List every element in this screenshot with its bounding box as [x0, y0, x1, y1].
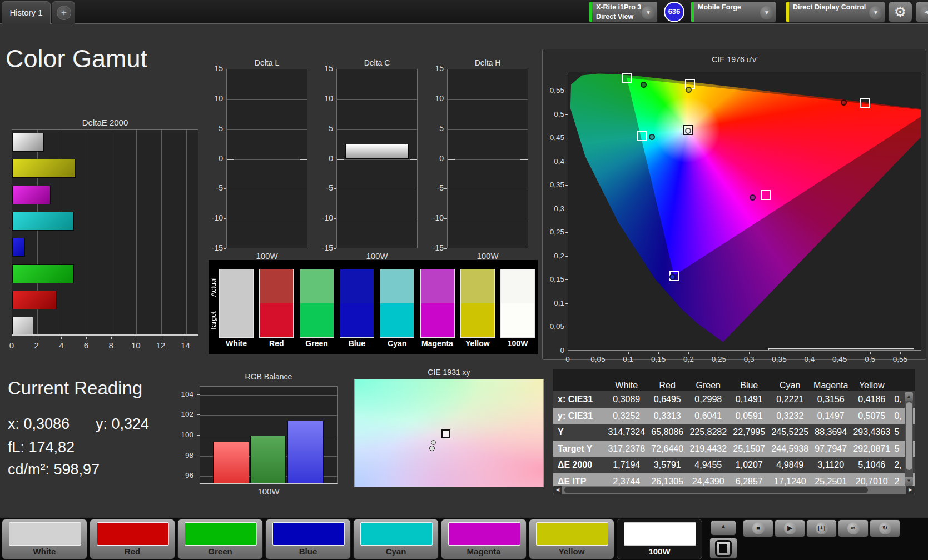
chevron-down-icon[interactable]: ▼ — [642, 6, 655, 19]
swatch-label: Blue — [335, 339, 379, 348]
horizontal-scrollbar[interactable]: ◀▶ — [553, 486, 915, 494]
y-tick — [224, 188, 226, 189]
y-tick — [334, 69, 336, 69]
y-tick — [224, 248, 226, 249]
y-tick-label: -10 — [204, 213, 223, 222]
table-cell: 0,3252 — [606, 408, 647, 424]
pattern-up-button[interactable]: ▲ — [711, 520, 736, 536]
pattern-button-blue[interactable]: Blue — [265, 519, 351, 559]
y-tick-label: -15 — [425, 243, 444, 252]
x-tick-label: 0,35 — [771, 355, 788, 363]
refresh-button[interactable]: ↻ — [870, 519, 900, 537]
rgb-balance-title: RGB Balance — [200, 372, 338, 381]
y-tick — [224, 218, 226, 219]
swatch-green — [300, 269, 334, 338]
measured-marker-magenta — [750, 194, 756, 201]
deltae-x-axis: 02468101214 — [12, 337, 204, 353]
scroll-left-arrow[interactable]: ◀ — [553, 486, 562, 494]
vertical-scrollbar[interactable]: ▲▼ — [905, 392, 913, 486]
actual-swatch — [220, 269, 253, 303]
horizontal-scroll-thumb[interactable] — [564, 487, 868, 493]
workflow-label: Direct Display Control — [793, 3, 866, 12]
color-patch — [9, 522, 81, 546]
table-cell: 225,8282 — [688, 424, 729, 441]
column-header-empty — [553, 369, 606, 377]
x-tick-label: 2 — [29, 341, 44, 350]
white-point-glow — [568, 72, 921, 350]
pattern-button-white[interactable]: White — [2, 519, 87, 559]
gridline — [112, 130, 112, 334]
play-button[interactable]: ▶ — [775, 519, 805, 537]
swatch-red — [259, 269, 294, 338]
table-cell: 0,0591 — [729, 408, 770, 424]
table-cell: 293,4363 — [851, 424, 892, 441]
y-tick-label: 5 — [425, 124, 444, 133]
delta-l-xlabel: 100W — [226, 251, 307, 261]
refresh-icon: ↻ — [879, 522, 891, 534]
y-tick — [224, 159, 226, 159]
pattern-button-100w[interactable]: 100W — [617, 519, 702, 559]
swatch-100w — [500, 269, 535, 338]
collapse-panel-button[interactable]: ◀ — [915, 1, 928, 23]
source-dropdown[interactable]: Mobile Forge ▼ — [691, 1, 776, 23]
zero-tick — [227, 159, 234, 160]
chevron-down-icon[interactable]: ▼ — [869, 6, 882, 19]
workflow-dropdown[interactable]: Direct Display Control ▼ — [786, 1, 885, 23]
y-tick — [334, 218, 336, 219]
row-label: x: CIE31 — [553, 391, 606, 408]
x-tick-label: 4 — [53, 341, 69, 350]
pattern-button-cyan[interactable]: Cyan — [353, 519, 439, 559]
row-label: Target Y — [553, 441, 606, 457]
settings-button[interactable]: ⚙ — [888, 1, 912, 23]
rgb-balance-chart — [200, 386, 338, 484]
delta-c-title: Delta C — [336, 58, 418, 67]
zero-tick — [300, 159, 307, 160]
y-tick-label: 15 — [204, 64, 223, 73]
gridline — [227, 99, 307, 100]
pattern-button-red[interactable]: Red — [90, 519, 175, 559]
tab-history-1[interactable]: History 1 — [2, 1, 51, 24]
table-row: Target Y317,237872,6440219,443225,150724… — [553, 441, 915, 457]
reading-fl: fL: 174,82 — [8, 439, 75, 456]
cie1976-title: CIE 1976 u'v' — [543, 55, 927, 64]
target-marker-red — [860, 98, 870, 108]
pattern-button-yellow[interactable]: Yellow — [529, 519, 614, 559]
gridline — [337, 189, 417, 189]
scroll-down-arrow[interactable]: ▼ — [905, 477, 913, 486]
scroll-right-arrow[interactable]: ▶ — [906, 486, 915, 494]
chevron-down-icon[interactable]: ▼ — [760, 6, 773, 19]
table-cell: 72,6440 — [647, 441, 688, 457]
add-tab-button[interactable]: + — [52, 1, 75, 24]
table-cell: 88,3694 — [811, 424, 852, 441]
y-tick-label: 15 — [425, 64, 444, 73]
target-swatch — [340, 303, 374, 337]
gridline — [448, 219, 528, 219]
meter-dropdown[interactable]: X-Rite i1Pro 3 Direct View ▼ — [589, 1, 658, 23]
x-tick-label: 10 — [128, 341, 143, 350]
target-row-label: Target — [210, 303, 219, 339]
table-cell: 0,3089 — [606, 391, 647, 408]
stop-button[interactable]: ■ — [743, 519, 773, 537]
table-cell: 0,2221 — [770, 391, 811, 408]
target-swatch — [300, 303, 334, 337]
y-tick-label: 10 — [314, 94, 333, 103]
swatch-magenta — [420, 269, 455, 338]
bottom-control-bar: ▲ « Back Next » WhiteRedGreenBlueCyanMag… — [0, 517, 928, 560]
x-tick — [840, 352, 840, 354]
table-row: y: CIE310,32520,33130,60410,05910,32320,… — [553, 408, 915, 424]
source-label: Mobile Forge — [698, 3, 741, 12]
read-single-button[interactable]: [+] — [806, 519, 837, 537]
read-continuous-button[interactable]: ∞ — [838, 519, 869, 537]
reading-cdm2: cd/m²: 598,97 — [8, 461, 100, 478]
y-tick-label: 10 — [204, 94, 223, 103]
scroll-up-arrow[interactable]: ▲ — [905, 392, 913, 401]
pattern-window-button[interactable] — [709, 538, 737, 559]
actual-swatch — [501, 269, 534, 303]
pattern-button-magenta[interactable]: Magenta — [441, 519, 527, 559]
vertical-scroll-thumb[interactable] — [906, 402, 912, 470]
swatch-label: 100W — [495, 339, 540, 348]
zero-tick — [520, 159, 528, 160]
x-tick — [136, 337, 136, 339]
gridline — [337, 99, 417, 100]
pattern-button-green[interactable]: Green — [177, 519, 263, 559]
